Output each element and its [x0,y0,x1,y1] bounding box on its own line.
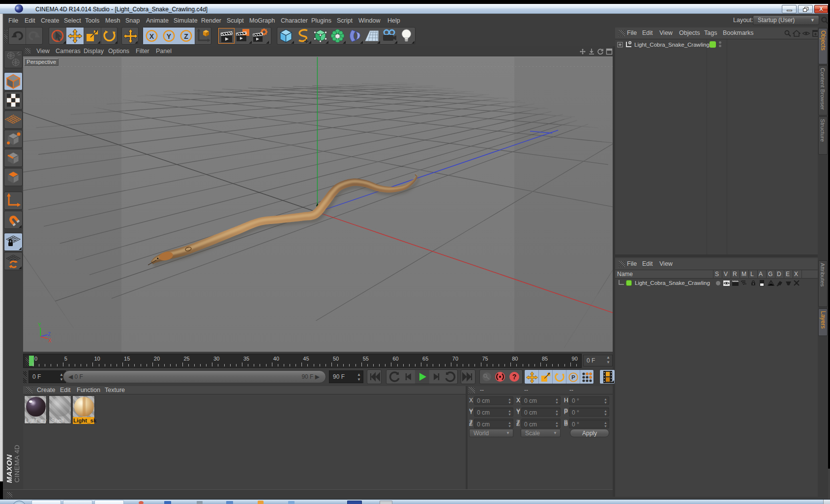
svg-text:Z: Z [48,332,51,337]
svg-text:P: P [571,374,575,380]
svg-text:?: ? [512,373,517,381]
svg-text:Z: Z [184,32,188,40]
svg-text:X: X [48,338,52,343]
svg-text:X: X [149,32,154,40]
svg-text:Y: Y [167,32,172,40]
svg-text:Y: Y [38,322,41,328]
